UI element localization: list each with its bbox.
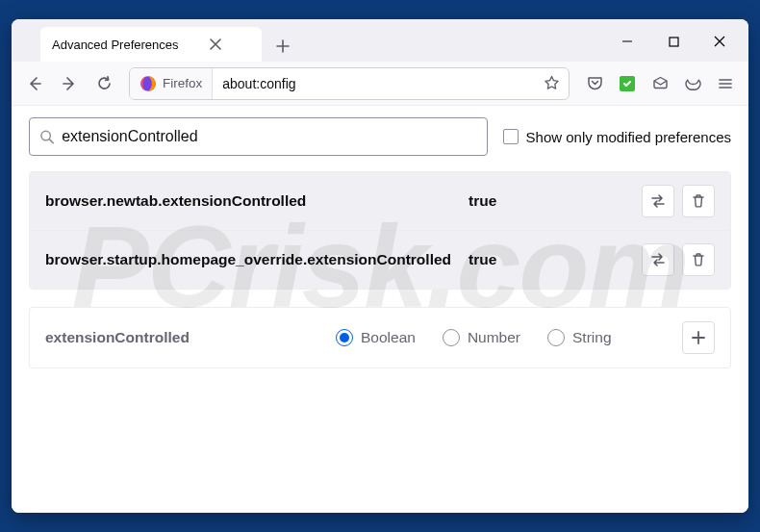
- identity-label: Firefox: [163, 76, 202, 90]
- trash-icon: [691, 252, 706, 267]
- browser-window: Advanced Preferences: [12, 19, 748, 513]
- delete-button[interactable]: [682, 243, 715, 276]
- search-box[interactable]: [29, 117, 488, 156]
- app-menu-button[interactable]: [710, 68, 741, 99]
- pref-row[interactable]: browser.newtab.extensionControlled true: [30, 172, 730, 230]
- radio-label: String: [572, 329, 612, 346]
- trash-icon: [691, 193, 706, 209]
- radio-boolean[interactable]: Boolean: [336, 329, 416, 346]
- aboutconfig-content: Show only modified preferences browser.n…: [12, 106, 748, 513]
- delete-button[interactable]: [682, 185, 715, 217]
- new-tab-button[interactable]: [267, 31, 298, 62]
- radio-number[interactable]: Number: [443, 329, 520, 346]
- window-maximize-button[interactable]: [652, 25, 695, 58]
- pref-name: browser.newtab.extensionControlled: [45, 192, 461, 210]
- new-pref-name: extensionControlled: [45, 329, 315, 346]
- modified-only-checkbox[interactable]: Show only modified preferences: [503, 129, 731, 145]
- radio-label: Boolean: [361, 329, 416, 346]
- radio-icon: [547, 329, 565, 346]
- pref-name: browser.startup.homepage_override.extens…: [45, 251, 461, 268]
- plus-icon: [691, 330, 706, 345]
- window-close-button[interactable]: [698, 25, 741, 58]
- swap-icon: [649, 192, 667, 210]
- pref-row[interactable]: browser.startup.homepage_override.extens…: [30, 230, 730, 289]
- bookmark-star-button[interactable]: [534, 75, 569, 91]
- forward-button[interactable]: [54, 68, 85, 99]
- search-icon: [39, 129, 54, 144]
- reload-icon: [96, 75, 113, 91]
- star-icon: [544, 75, 560, 91]
- reload-button[interactable]: [89, 68, 119, 99]
- radio-string[interactable]: String: [547, 329, 612, 346]
- nav-toolbar: Firefox about:config: [12, 62, 748, 106]
- back-button[interactable]: [19, 68, 50, 99]
- inbox-icon: [652, 75, 669, 91]
- close-icon: [714, 36, 725, 47]
- radio-label: Number: [468, 329, 520, 346]
- active-tab[interactable]: Advanced Preferences: [40, 27, 262, 62]
- search-row: Show only modified preferences: [29, 117, 731, 156]
- hamburger-icon: [718, 76, 733, 91]
- shield-icon: [685, 75, 701, 91]
- type-radio-group: Boolean Number String: [336, 329, 661, 346]
- svg-rect-0: [670, 38, 678, 46]
- swap-icon: [649, 251, 667, 268]
- pref-value: true: [469, 251, 545, 268]
- window-controls: [606, 25, 741, 62]
- toggle-button[interactable]: [642, 185, 674, 217]
- search-input[interactable]: [62, 128, 476, 145]
- pocket-button[interactable]: [579, 68, 610, 99]
- toggle-button[interactable]: [642, 243, 674, 276]
- arrow-right-icon: [61, 75, 78, 92]
- firefox-logo-icon: [139, 75, 157, 92]
- plus-icon: [276, 39, 290, 53]
- pref-value: true: [469, 192, 545, 210]
- new-pref-row: extensionControlled Boolean Number Strin…: [29, 307, 731, 368]
- close-icon: [210, 38, 221, 50]
- arrow-left-icon: [26, 75, 43, 92]
- modified-only-label: Show only modified preferences: [526, 129, 731, 145]
- extension-button[interactable]: [612, 68, 643, 99]
- url-text[interactable]: about:config: [213, 76, 534, 91]
- shield-button[interactable]: [677, 68, 708, 99]
- checkbox-icon: [503, 129, 519, 144]
- tab-title: Advanced Preferences: [52, 38, 179, 52]
- inbox-button[interactable]: [645, 68, 675, 99]
- minimize-icon: [621, 36, 633, 47]
- identity-box[interactable]: Firefox: [130, 68, 213, 99]
- radio-icon: [443, 329, 460, 346]
- extension-icon: [620, 76, 635, 91]
- radio-icon: [336, 329, 353, 346]
- url-bar[interactable]: Firefox about:config: [129, 67, 570, 100]
- toolbar-right-icons: [579, 68, 741, 99]
- add-pref-button[interactable]: [682, 321, 715, 354]
- maximize-icon: [669, 37, 679, 47]
- window-minimize-button[interactable]: [606, 25, 648, 58]
- pref-list: browser.newtab.extensionControlled true …: [29, 171, 731, 290]
- tab-close-button[interactable]: [208, 37, 223, 52]
- titlebar: Advanced Preferences: [12, 19, 748, 62]
- pocket-icon: [587, 75, 603, 91]
